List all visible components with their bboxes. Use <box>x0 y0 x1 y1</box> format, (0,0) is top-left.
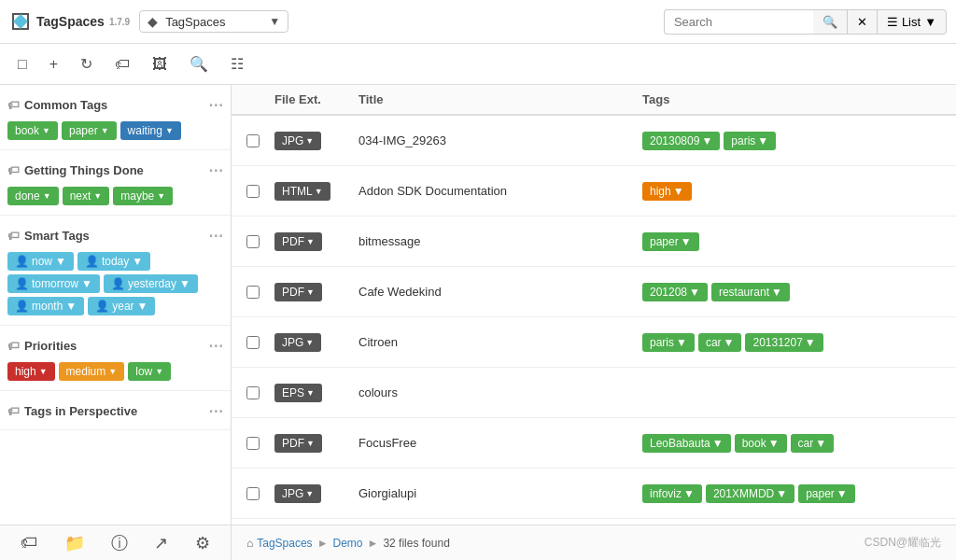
view-list-icon: ☰ <box>887 15 898 29</box>
common-tags-group: book ▼ paper ▼ waiting ▼ <box>7 119 223 146</box>
row8-ext-btn[interactable]: JPG ▼ <box>274 484 321 503</box>
tag-book-file[interactable]: book ▼ <box>735 434 787 453</box>
common-tags-menu[interactable]: ⋯ <box>208 96 223 114</box>
row8-title: Giorgialupi <box>358 486 416 500</box>
image-view-btn[interactable]: 🖼 <box>144 50 176 78</box>
sidebar-export-btn[interactable]: ↗ <box>147 529 176 557</box>
tag-year[interactable]: 👤year ▼ <box>88 297 155 315</box>
tag-maybe[interactable]: maybe ▼ <box>113 187 173 205</box>
tag-car-1[interactable]: car ▼ <box>698 333 742 352</box>
tag-medium[interactable]: medium ▼ <box>59 362 125 381</box>
main-area: 🏷 Common Tags ⋯ book ▼ paper ▼ waiting ▼… <box>0 85 956 525</box>
file-list-header: File Ext. Title Tags <box>232 85 956 116</box>
row5-ext-caret: ▼ <box>305 338 314 347</box>
row2-checkbox[interactable] <box>246 185 260 198</box>
search-submit-btn[interactable]: 🔍 <box>813 9 848 35</box>
tag-infoviz[interactable]: infoviz ▼ <box>642 484 702 503</box>
tag-tomorrow-caret: ▼ <box>81 277 92 290</box>
tag-20131207[interactable]: 20131207 ▼ <box>745 333 822 352</box>
tag-high[interactable]: high ▼ <box>7 362 55 381</box>
tag-paris-2[interactable]: paris ▼ <box>642 333 695 352</box>
sidebar-folder-btn[interactable]: 📁 <box>57 529 92 557</box>
breadcrumb-root[interactable]: TagSpaces <box>257 537 312 550</box>
zoom-btn[interactable]: 🔍 <box>181 49 217 78</box>
breadcrumb-sep2: ► <box>368 537 379 550</box>
getting-things-done-section: 🏷 Getting Things Done ⋯ done ▼ next ▼ ma… <box>0 150 231 216</box>
row6-checkbox[interactable] <box>246 386 260 399</box>
row2-ext-btn[interactable]: HTML ▼ <box>274 182 330 201</box>
location-bar[interactable]: ◆ TagSpaces ▼ <box>139 10 288 33</box>
tag-today[interactable]: 👤today ▼ <box>77 252 150 271</box>
tag-month[interactable]: 👤month ▼ <box>7 297 84 315</box>
row5-ext-btn[interactable]: JPG ▼ <box>274 333 321 352</box>
row1-checkbox[interactable] <box>246 134 260 147</box>
common-tags-title: 🏷 Common Tags <box>7 98 107 112</box>
view-dropdown-btn[interactable]: ☰ List ▼ <box>878 9 947 35</box>
tag-now[interactable]: 👤now ▼ <box>7 252 74 271</box>
row7-checkbox[interactable] <box>246 437 260 450</box>
row4-ext-btn[interactable]: PDF ▼ <box>274 283 322 301</box>
row5-checkbox[interactable] <box>246 336 260 349</box>
tag-next-caret: ▼ <box>93 191 102 201</box>
perspective-tag-icon: 🏷 <box>7 404 20 418</box>
tags-perspective-header: 🏷 Tags in Perspective ⋯ <box>7 399 223 426</box>
row3-ext-btn[interactable]: PDF ▼ <box>274 232 322 251</box>
tag-201xmmdd[interactable]: 201XMMDD ▼ <box>706 484 794 503</box>
row6-title: colours <box>358 385 398 399</box>
open-folder-btn[interactable]: □ <box>9 50 35 78</box>
month-person-icon: 👤 <box>15 300 29 313</box>
row6-ext-btn[interactable]: EPS ▼ <box>274 384 322 402</box>
search-input[interactable] <box>664 9 813 35</box>
row3-checkbox[interactable] <box>246 235 260 248</box>
priorities-menu[interactable]: ⋯ <box>208 337 223 355</box>
search-clear-btn[interactable]: ✕ <box>848 9 878 35</box>
location-dropdown-btn[interactable]: ▼ <box>269 15 280 28</box>
tag-20130809[interactable]: 20130809 ▼ <box>642 132 720 150</box>
tag-paper-file[interactable]: paper ▼ <box>642 232 699 251</box>
tag-medium-caret: ▼ <box>108 367 117 376</box>
priorities-tag-icon: 🏷 <box>7 339 20 353</box>
yesterday-person-icon: 👤 <box>111 277 125 290</box>
breadcrumb-folder[interactable]: Demo <box>333 537 363 550</box>
row1-ext-btn[interactable]: JPG ▼ <box>274 132 321 150</box>
add-file-btn[interactable]: + <box>41 50 66 78</box>
tags-perspective-menu[interactable]: ⋯ <box>208 402 223 420</box>
tag-low[interactable]: low ▼ <box>128 362 171 381</box>
row7-ext-btn[interactable]: PDF ▼ <box>274 434 322 453</box>
row4-checkbox[interactable] <box>246 286 260 299</box>
header-ext: File Ext. <box>274 92 358 106</box>
tag-book[interactable]: book ▼ <box>7 121 58 140</box>
tag-next[interactable]: next ▼ <box>63 187 110 205</box>
tag-waiting[interactable]: waiting ▼ <box>120 121 181 140</box>
tag-201208[interactable]: 201208 ▼ <box>642 283 708 301</box>
tag-done[interactable]: done ▼ <box>7 187 59 205</box>
tag-car-2[interactable]: car ▼ <box>791 434 835 453</box>
tag-high-caret: ▼ <box>39 367 48 376</box>
tag-leobabauta[interactable]: LeoBabauta ▼ <box>642 434 731 453</box>
smart-tags-menu[interactable]: ⋯ <box>208 227 223 245</box>
table-btn[interactable]: ☷ <box>222 49 252 78</box>
table-row: PDF ▼ bitmessage paper ▼ <box>232 217 956 267</box>
app-logo: TagSpaces1.7.9 <box>9 10 130 33</box>
header-tags: Tags <box>642 92 941 106</box>
add-location-btn[interactable]: ◆ <box>148 14 162 29</box>
tag-paper-2[interactable]: paper ▼ <box>798 484 855 503</box>
breadcrumb-sep1: ► <box>317 537 329 550</box>
tag-restaurant[interactable]: restaurant ▼ <box>711 283 790 301</box>
tag-high-file[interactable]: high ▼ <box>642 182 692 201</box>
gtd-menu[interactable]: ⋯ <box>208 161 223 179</box>
sidebar-settings-btn[interactable]: ⚙ <box>188 529 218 557</box>
tag-btn[interactable]: 🏷 <box>106 50 138 78</box>
sidebar-info-btn[interactable]: ⓘ <box>104 528 135 558</box>
tags-perspective-title: 🏷 Tags in Perspective <box>7 404 137 418</box>
tag-paper[interactable]: paper ▼ <box>62 121 117 140</box>
smart-tags-group: 👤now ▼ 👤today ▼ 👤tomorrow ▼ 👤yesterday ▼… <box>7 250 223 321</box>
tag-yesterday-caret: ▼ <box>179 277 190 290</box>
tag-tomorrow[interactable]: 👤tomorrow ▼ <box>7 274 100 293</box>
row8-checkbox[interactable] <box>246 487 260 500</box>
table-row: HTML ▼ Addon SDK Documentation high ▼ <box>232 166 956 217</box>
tag-yesterday[interactable]: 👤yesterday ▼ <box>104 274 198 293</box>
refresh-btn[interactable]: ↻ <box>72 49 101 78</box>
sidebar-tag-btn[interactable]: 🏷 <box>13 529 45 556</box>
tag-paris-1[interactable]: paris ▼ <box>724 132 776 150</box>
